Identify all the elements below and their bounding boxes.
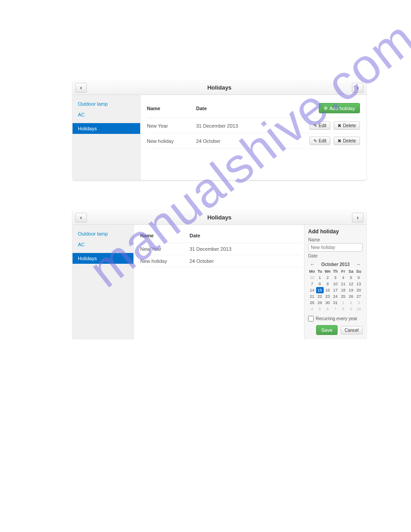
sidebar: Outdoor lamp AC Holidays: [73, 225, 134, 339]
calendar-next-button[interactable]: →: [355, 262, 362, 267]
sidebar-item-outdoor-lamp[interactable]: Outdoor lamp: [73, 99, 140, 109]
sidebar-item-ac[interactable]: AC: [73, 239, 133, 250]
calendar-day[interactable]: 6: [355, 275, 363, 281]
sidebar-item-holidays[interactable]: Holidays: [73, 253, 133, 264]
calendar-dow: Su: [355, 268, 363, 275]
calendar-day[interactable]: 9: [324, 281, 331, 287]
calendar-day[interactable]: 5: [347, 275, 355, 281]
table-row: New Year 31 December 2013: [140, 243, 301, 255]
delete-button[interactable]: ✖ Delete: [334, 137, 360, 145]
calendar-day[interactable]: 3: [355, 300, 363, 306]
delete-icon: ✖: [338, 123, 341, 128]
plus-circle-icon: ⊕: [324, 105, 328, 111]
calendar-day[interactable]: 17: [331, 287, 339, 293]
calendar-day[interactable]: 7: [308, 281, 316, 287]
recurring-checkbox[interactable]: [308, 316, 314, 322]
calendar-day[interactable]: 20: [355, 287, 363, 293]
table-row: New holiday 24 October: [140, 255, 301, 267]
calendar-day[interactable]: 28: [308, 300, 316, 306]
calendar-day[interactable]: 1: [316, 275, 324, 281]
calendar-day[interactable]: 12: [347, 281, 355, 287]
calendar-dow: Mo: [308, 268, 316, 275]
page-title: Holidays: [207, 84, 231, 91]
edit-button[interactable]: ✎ Edit: [309, 137, 330, 145]
sidebar: Outdoor lamp AC Holidays: [73, 95, 141, 180]
edit-label: Edit: [319, 138, 326, 143]
calendar-day[interactable]: 1: [339, 300, 347, 306]
add-holiday-button[interactable]: ⊕ Add holiday: [319, 103, 360, 113]
edit-icon: ✎: [313, 123, 317, 128]
calendar-dow: We: [324, 268, 331, 275]
holidays-panel-add: ‹ Holidays › Outdoor lamp AC Holidays Na…: [73, 210, 366, 339]
calendar-month-label: October 2013: [321, 262, 349, 267]
calendar-day[interactable]: 29: [316, 300, 324, 306]
calendar-day[interactable]: 22: [316, 293, 324, 300]
calendar-day[interactable]: 18: [339, 287, 347, 293]
nav-next-button[interactable]: ›: [352, 213, 364, 223]
add-holiday-label: Add holiday: [330, 106, 355, 111]
calendar-day[interactable]: 15: [316, 287, 324, 293]
calendar-prev-button[interactable]: ←: [309, 262, 316, 267]
table-row: New Year 31 December 2013 ✎ Edit ✖ Delet…: [147, 118, 360, 133]
nav-prev-button[interactable]: ‹: [75, 213, 87, 223]
header-bar: ‹ Holidays ›: [73, 81, 366, 95]
sidebar-item-ac[interactable]: AC: [73, 109, 140, 120]
calendar-dow: Tu: [316, 268, 324, 275]
calendar-day[interactable]: 2: [347, 300, 355, 306]
calendar-dow: Fr: [339, 268, 347, 275]
calendar-day[interactable]: 9: [347, 306, 355, 312]
calendar-dow: Sa: [347, 268, 355, 275]
calendar-day[interactable]: 2: [324, 275, 331, 281]
calendar-header: ← October 2013 →: [308, 260, 363, 268]
calendar-day[interactable]: 13: [355, 281, 363, 287]
calendar-day[interactable]: 25: [339, 293, 347, 300]
form-title: Add holiday: [308, 228, 363, 235]
row-name: New Year: [147, 123, 196, 129]
calendar-day[interactable]: 21: [308, 293, 316, 300]
calendar-day[interactable]: 5: [316, 306, 324, 312]
calendar-day[interactable]: 16: [324, 287, 331, 293]
name-input[interactable]: [308, 243, 363, 252]
calendar-dow: Th: [331, 268, 339, 275]
calendar-day[interactable]: 6: [324, 306, 331, 312]
cancel-button[interactable]: Cancel: [341, 326, 363, 335]
calendar-day[interactable]: 30: [308, 275, 316, 281]
calendar-day[interactable]: 10: [331, 281, 339, 287]
date-field-label: Date: [308, 253, 363, 258]
edit-button[interactable]: ✎ Edit: [309, 121, 330, 130]
calendar-grid: MoTuWeThFrSaSu30123456789101112131415161…: [308, 268, 363, 312]
calendar-day[interactable]: 14: [308, 287, 316, 293]
delete-button[interactable]: ✖ Delete: [334, 121, 360, 130]
holidays-panel-list: ‹ Holidays › Outdoor lamp AC Holidays Na…: [73, 81, 366, 180]
calendar-day[interactable]: 4: [339, 275, 347, 281]
row-name: New holiday: [147, 138, 196, 144]
calendar-day[interactable]: 31: [331, 300, 339, 306]
calendar-day[interactable]: 8: [339, 306, 347, 312]
calendar-day[interactable]: 4: [308, 306, 316, 312]
col-header-name: Name: [140, 233, 189, 238]
calendar-day[interactable]: 23: [324, 293, 331, 300]
sidebar-item-holidays[interactable]: Holidays: [73, 123, 140, 134]
calendar-day[interactable]: 27: [355, 293, 363, 300]
calendar-day[interactable]: 26: [347, 293, 355, 300]
edit-icon: ✎: [313, 138, 317, 143]
calendar-day[interactable]: 3: [331, 275, 339, 281]
table-header: Name Date ⊕ Add holiday: [147, 101, 360, 118]
name-field-label: Name: [308, 237, 363, 242]
calendar-day[interactable]: 24: [331, 293, 339, 300]
nav-prev-button[interactable]: ‹: [75, 83, 87, 93]
row-date: 24 October: [189, 258, 301, 264]
calendar-day[interactable]: 11: [339, 281, 347, 287]
calendar-day[interactable]: 8: [316, 281, 324, 287]
calendar-day[interactable]: 10: [355, 306, 363, 312]
calendar-day[interactable]: 7: [331, 306, 339, 312]
delete-label: Delete: [343, 123, 356, 128]
main-content: Name Date New Year 31 December 2013 New …: [134, 225, 304, 339]
calendar-day[interactable]: 19: [347, 287, 355, 293]
sidebar-item-outdoor-lamp[interactable]: Outdoor lamp: [73, 228, 133, 239]
nav-next-button[interactable]: ›: [352, 83, 364, 93]
calendar-day[interactable]: 30: [324, 300, 331, 306]
holidays-table: Name Date New Year 31 December 2013 New …: [140, 231, 301, 267]
save-button[interactable]: Save: [316, 325, 337, 335]
delete-label: Delete: [343, 138, 356, 143]
